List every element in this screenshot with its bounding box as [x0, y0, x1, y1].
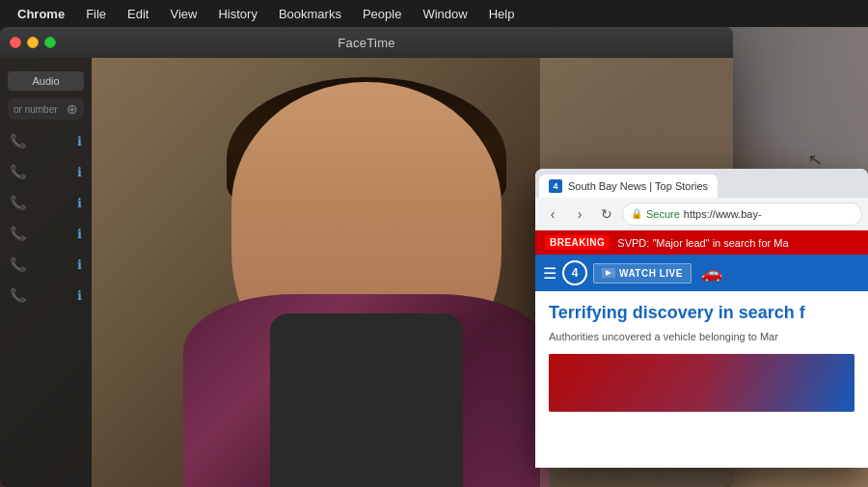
news-content: Terrifying discovery in search f Authori… — [535, 291, 868, 423]
phone-icon: 📞 — [10, 164, 26, 179]
back-button[interactable]: ‹ — [541, 203, 564, 226]
menu-history[interactable]: History — [208, 4, 266, 24]
browser-toolbar: ‹ › ↻ 🔒 Secure https://www.bay- — [535, 198, 868, 230]
facetime-title: FaceTime — [338, 36, 395, 50]
menu-edit[interactable]: Edit — [118, 4, 158, 24]
contact-row[interactable]: 📞 ℹ — [0, 249, 92, 280]
secure-label: Secure — [646, 208, 680, 220]
play-icon: ▶ — [602, 268, 615, 278]
breaking-label: BREAKING — [545, 235, 610, 250]
minimize-button[interactable] — [27, 37, 39, 48]
contact-row[interactable]: 📞 ℹ — [0, 125, 92, 156]
phone-icon: 📞 — [10, 226, 26, 241]
info-icon[interactable]: ℹ — [77, 165, 82, 179]
breaking-news-bar: BREAKING SVPD: "Major lead" in search fo… — [535, 230, 868, 255]
news-headline: Terrifying discovery in search f — [549, 303, 854, 324]
news-logo: 4 — [562, 260, 587, 285]
refresh-button[interactable]: ↻ — [595, 203, 618, 226]
url-text: https://www.bay- — [684, 208, 762, 220]
person-undershirt — [270, 313, 463, 487]
contact-row[interactable]: 📞 ℹ — [0, 280, 92, 311]
menu-people[interactable]: People — [353, 4, 411, 24]
phone-icon: 📞 — [10, 195, 26, 210]
news-image-overlay — [549, 354, 854, 412]
car-icon: 🚗 — [701, 262, 722, 284]
traffic-lights — [10, 37, 56, 48]
menu-bar: Chrome File Edit View History Bookmarks … — [0, 0, 868, 27]
menu-file[interactable]: File — [76, 4, 116, 24]
add-contact-icon[interactable]: ⊕ — [67, 101, 78, 117]
contact-row[interactable]: 📞 ℹ — [0, 187, 92, 218]
tab-bar: 4 South Bay News | Top Stories — [535, 169, 868, 198]
tab-favicon: 4 — [549, 179, 562, 193]
info-icon[interactable]: ℹ — [77, 134, 82, 149]
menu-help[interactable]: Help — [479, 4, 525, 24]
address-bar[interactable]: 🔒 Secure https://www.bay- — [622, 203, 862, 226]
menu-window[interactable]: Window — [413, 4, 476, 24]
sidebar-top: Audio or number ⊕ — [0, 66, 92, 125]
breaking-text: SVPD: "Major lead" in search for Ma — [617, 237, 788, 249]
phone-icon: 📞 — [10, 133, 26, 149]
watch-live-label: WATCH LIVE — [619, 268, 683, 279]
tab-title: South Bay News | Top Stories — [568, 180, 708, 192]
menu-bookmarks[interactable]: Bookmarks — [269, 4, 351, 24]
facetime-sidebar: Audio or number ⊕ 📞 ℹ 📞 ℹ 📞 ℹ 📞 ℹ 📞 ℹ — [0, 58, 92, 487]
info-icon[interactable]: ℹ — [77, 196, 82, 210]
phone-icon: 📞 — [10, 257, 26, 272]
news-subtext: Authorities uncovered a vehicle belongin… — [549, 330, 854, 344]
news-navbar: ☰ 4 ▶ WATCH LIVE 🚗 — [535, 255, 868, 291]
contact-row[interactable]: 📞 ℹ — [0, 218, 92, 249]
facetime-titlebar: FaceTime — [0, 27, 733, 58]
menu-chrome[interactable]: Chrome — [8, 4, 74, 24]
browser-tab[interactable]: 4 South Bay News | Top Stories — [539, 175, 718, 198]
browser-window: 4 South Bay News | Top Stories ‹ › ↻ 🔒 S… — [535, 169, 868, 468]
fullscreen-button[interactable] — [44, 37, 56, 48]
forward-button[interactable]: › — [568, 203, 591, 226]
lock-icon: 🔒 — [631, 208, 642, 219]
search-bar[interactable]: or number ⊕ — [8, 98, 84, 120]
menu-view[interactable]: View — [160, 4, 206, 24]
news-image — [549, 354, 854, 412]
audio-button[interactable]: Audio — [8, 71, 84, 91]
search-placeholder-text: or number — [14, 104, 58, 115]
info-icon[interactable]: ℹ — [77, 227, 82, 241]
phone-icon: 📞 — [10, 287, 26, 303]
contact-row[interactable]: 📞 ℹ — [0, 156, 92, 187]
info-icon[interactable]: ℹ — [77, 257, 82, 272]
close-button[interactable] — [10, 37, 21, 48]
info-icon[interactable]: ℹ — [77, 288, 82, 303]
hamburger-icon[interactable]: ☰ — [543, 264, 556, 283]
watch-live-button[interactable]: ▶ WATCH LIVE — [593, 263, 692, 284]
